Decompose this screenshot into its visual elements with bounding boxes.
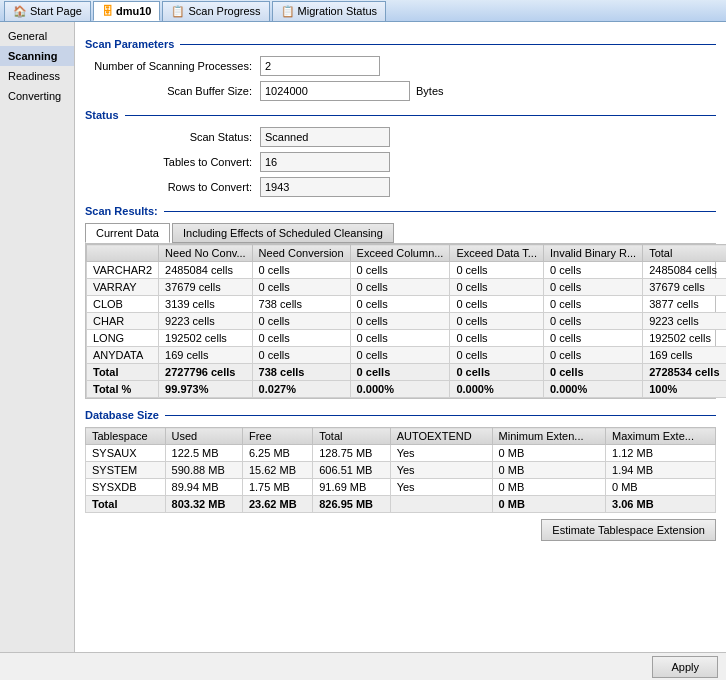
table-row: Total803.32 MB23.62 MB826.95 MB0 MB3.06 … bbox=[86, 496, 716, 513]
buffer-size-unit: Bytes bbox=[416, 85, 444, 97]
tab-including-effects[interactable]: Including Effects of Scheduled Cleansing bbox=[172, 223, 394, 243]
estimate-tablespace-button[interactable]: Estimate Tablespace Extension bbox=[541, 519, 716, 541]
database-size-table: Tablespace Used Free Total AUTOEXTEND Mi… bbox=[85, 427, 716, 513]
tab-scan-progress[interactable]: 📋 Scan Progress bbox=[162, 1, 269, 21]
table-row: CLOB3139 cells738 cells0 cells0 cells0 c… bbox=[87, 296, 727, 313]
sidebar: General Scanning Readiness Converting bbox=[0, 22, 75, 680]
sidebar-item-scanning[interactable]: Scanning bbox=[0, 46, 74, 66]
db-col-total: Total bbox=[313, 428, 390, 445]
tables-convert-row: Tables to Convert: bbox=[85, 152, 716, 172]
sidebar-item-converting[interactable]: Converting bbox=[0, 86, 74, 106]
scan-results-container: Need No Conv... Need Conversion Exceed C… bbox=[85, 243, 716, 399]
status-icon: 📋 bbox=[281, 5, 295, 18]
tab-migration-status[interactable]: 📋 Migration Status bbox=[272, 1, 386, 21]
rows-label: Rows to Convert: bbox=[85, 181, 260, 193]
db-col-tablespace: Tablespace bbox=[86, 428, 166, 445]
scan-status-label: Scan Status: bbox=[85, 131, 260, 143]
col-invalid-bin: Invalid Binary R... bbox=[543, 245, 642, 262]
content-area: Scan Parameters Number of Scanning Proce… bbox=[75, 22, 726, 680]
db-col-used: Used bbox=[165, 428, 242, 445]
home-icon: 🏠 bbox=[13, 5, 27, 18]
main-layout: General Scanning Readiness Converting Sc… bbox=[0, 22, 726, 680]
db-col-autoextend: AUTOEXTEND bbox=[390, 428, 492, 445]
scan-status-input bbox=[260, 127, 390, 147]
scan-results-header: Scan Results: bbox=[85, 205, 716, 217]
sidebar-item-readiness[interactable]: Readiness bbox=[0, 66, 74, 86]
db-col-min-ext: Minimum Exten... bbox=[492, 428, 605, 445]
status-header: Status bbox=[85, 109, 716, 121]
buffer-size-input[interactable] bbox=[260, 81, 410, 101]
scan-icon: 📋 bbox=[171, 5, 185, 18]
scan-results-table: Need No Conv... Need Conversion Exceed C… bbox=[86, 244, 726, 398]
db-icon: 🗄 bbox=[102, 5, 113, 17]
table-row: Total %99.973%0.027%0.000%0.000%0.000%10… bbox=[87, 381, 727, 398]
buffer-size-row: Scan Buffer Size: Bytes bbox=[85, 81, 716, 101]
num-processes-label: Number of Scanning Processes: bbox=[85, 60, 260, 72]
table-row: CHAR9223 cells0 cells0 cells0 cells0 cel… bbox=[87, 313, 727, 330]
table-row: SYSXDB89.94 MB1.75 MB91.69 MBYes0 MB0 MB bbox=[86, 479, 716, 496]
buffer-size-label: Scan Buffer Size: bbox=[85, 85, 260, 97]
table-row: SYSTEM590.88 MB15.62 MB606.51 MBYes0 MB1… bbox=[86, 462, 716, 479]
apply-button[interactable]: Apply bbox=[652, 656, 718, 678]
scan-parameters-header: Scan Parameters bbox=[85, 38, 716, 50]
tables-input bbox=[260, 152, 390, 172]
tab-current-data[interactable]: Current Data bbox=[85, 223, 170, 243]
col-type bbox=[87, 245, 159, 262]
database-size-header: Database Size bbox=[85, 409, 716, 421]
table-row: VARRAY37679 cells0 cells0 cells0 cells0 … bbox=[87, 279, 727, 296]
col-no-conv: Need No Conv... bbox=[159, 245, 253, 262]
table-row: LONG192502 cells0 cells0 cells0 cells0 c… bbox=[87, 330, 727, 347]
num-processes-input[interactable] bbox=[260, 56, 380, 76]
tab-dmu10[interactable]: 🗄 dmu10 bbox=[93, 1, 160, 21]
table-row: Total2727796 cells738 cells0 cells0 cell… bbox=[87, 364, 727, 381]
col-need-conv: Need Conversion bbox=[252, 245, 350, 262]
tab-start-page[interactable]: 🏠 Start Page bbox=[4, 1, 91, 21]
tables-label: Tables to Convert: bbox=[85, 156, 260, 168]
scan-results-tabs: Current Data Including Effects of Schedu… bbox=[85, 223, 716, 243]
db-col-max-ext: Maximum Exte... bbox=[606, 428, 716, 445]
col-total: Total bbox=[643, 245, 726, 262]
table-row: ANYDATA169 cells0 cells0 cells0 cells0 c… bbox=[87, 347, 727, 364]
num-processes-row: Number of Scanning Processes: bbox=[85, 56, 716, 76]
rows-input bbox=[260, 177, 390, 197]
sidebar-item-general[interactable]: General bbox=[0, 26, 74, 46]
bottom-bar: Apply bbox=[0, 652, 726, 680]
col-exceed-col: Exceed Column... bbox=[350, 245, 450, 262]
col-exceed-data: Exceed Data T... bbox=[450, 245, 544, 262]
table-row: VARCHAR22485084 cells0 cells0 cells0 cel… bbox=[87, 262, 727, 279]
table-row: SYSAUX122.5 MB6.25 MB128.75 MBYes0 MB1.1… bbox=[86, 445, 716, 462]
title-bar: 🏠 Start Page 🗄 dmu10 📋 Scan Progress 📋 M… bbox=[0, 0, 726, 22]
rows-convert-row: Rows to Convert: bbox=[85, 177, 716, 197]
db-col-free: Free bbox=[242, 428, 312, 445]
scan-status-row: Scan Status: bbox=[85, 127, 716, 147]
